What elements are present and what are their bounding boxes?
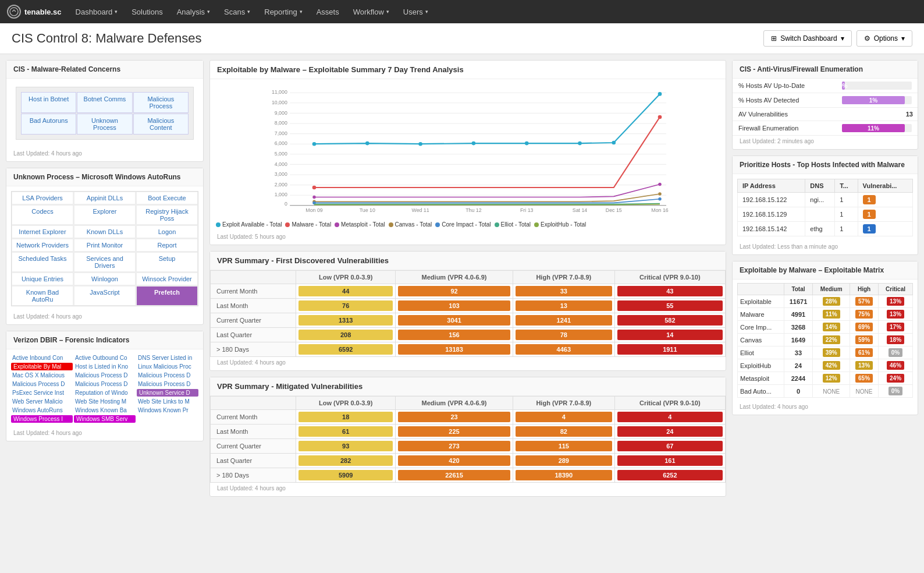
list-item[interactable]: Codecs bbox=[12, 205, 73, 225]
list-item[interactable]: Malicious Process bbox=[133, 92, 189, 113]
table-row: 192.168.15.122 ngi... 1 1 bbox=[738, 193, 913, 207]
list-item[interactable]: Web Site Links to M bbox=[137, 398, 198, 405]
list-item[interactable]: PsExec Service Inst bbox=[11, 389, 73, 397]
table-row: 192.168.15.129 1 1 bbox=[738, 207, 913, 222]
top-navigation: tenable.sc Dashboard ▾ Solutions Analysi… bbox=[0, 0, 924, 23]
nav-assets[interactable]: Assets bbox=[311, 0, 345, 23]
top-hosts-card: Prioritize Hosts - Top Hosts Infected wi… bbox=[732, 155, 918, 255]
list-item[interactable]: Appinit DLLs bbox=[74, 192, 136, 204]
list-item[interactable]: Windows Known Pr bbox=[137, 406, 198, 414]
nav-reporting[interactable]: Reporting ▾ bbox=[258, 0, 308, 23]
list-item[interactable]: JavaScript bbox=[74, 286, 136, 306]
table-row: Canvas 1649 22% 59% 18% bbox=[738, 334, 913, 346]
svg-point-37 bbox=[525, 142, 529, 146]
list-item[interactable]: Winlogon bbox=[74, 273, 136, 285]
chevron-down-icon: ▾ bbox=[115, 9, 118, 15]
list-item[interactable]: Internet Explorer bbox=[12, 225, 73, 238]
table-row: Current Month 18 23 4 4 bbox=[211, 410, 726, 425]
list-item[interactable]: Active Inbound Con bbox=[11, 354, 73, 362]
list-item[interactable]: LSA Providers bbox=[12, 192, 73, 204]
svg-text:Sat 14: Sat 14 bbox=[573, 207, 588, 213]
last-updated: Last Updated: 2 minutes ago bbox=[733, 136, 918, 149]
nav-analysis[interactable]: Analysis ▾ bbox=[171, 0, 216, 23]
list-item[interactable]: Print Monitor bbox=[74, 239, 136, 252]
table-header: Medium bbox=[813, 284, 850, 295]
list-item[interactable]: Malicious Content bbox=[133, 114, 189, 135]
list-item[interactable]: Services and Drivers bbox=[74, 252, 136, 272]
list-item[interactable]: DNS Server Listed in bbox=[137, 354, 198, 362]
chevron-down-icon: ▾ bbox=[841, 34, 844, 43]
list-item[interactable]: Windows Known Ba bbox=[74, 406, 136, 414]
logo-icon bbox=[7, 5, 21, 19]
svg-point-48 bbox=[658, 197, 662, 201]
list-item[interactable]: Linux Malicious Proc bbox=[137, 363, 198, 370]
matrix-table: Total Medium High Critical Exploitable 1… bbox=[737, 283, 913, 398]
list-item[interactable]: Setup bbox=[136, 252, 198, 272]
table-row: % Hosts AV Detected 1% bbox=[733, 93, 918, 108]
list-item[interactable]: Malicious Process D bbox=[137, 380, 198, 388]
table-row: Last Quarter 208 156 78 14 bbox=[211, 328, 726, 342]
list-item[interactable]: Report bbox=[136, 239, 198, 252]
options-button[interactable]: ⚙ Options ▾ bbox=[857, 30, 912, 47]
list-item[interactable]: Host in Botnet bbox=[21, 92, 76, 113]
list-item[interactable]: Winsock Provider bbox=[136, 273, 198, 285]
svg-text:Mon 16: Mon 16 bbox=[651, 207, 668, 213]
chart-container: 11,000 10,000 9,000 8,000 7,000 6,000 5,… bbox=[216, 85, 720, 213]
svg-point-0 bbox=[10, 8, 18, 16]
list-item[interactable]: Registry Hijack Poss bbox=[136, 205, 198, 225]
list-item[interactable]: Exploitable By Mal bbox=[11, 363, 73, 370]
chart-last-updated: Last Updated: 5 hours ago bbox=[210, 231, 726, 245]
nav-users[interactable]: Users ▾ bbox=[397, 0, 434, 23]
table-header: Critical bbox=[879, 284, 913, 295]
list-item[interactable]: Prefetch bbox=[136, 286, 198, 306]
list-item[interactable]: Windows Process I bbox=[11, 415, 73, 423]
table-header: High bbox=[850, 284, 879, 295]
list-item[interactable]: Reputation of Windo bbox=[74, 389, 136, 397]
list-item[interactable]: Known DLLs bbox=[74, 225, 136, 238]
nav-solutions[interactable]: Solutions bbox=[126, 0, 168, 23]
list-item[interactable]: Windows SMB Serv bbox=[74, 415, 136, 423]
nav-dashboard[interactable]: Dashboard ▾ bbox=[70, 0, 124, 23]
logo[interactable]: tenable.sc bbox=[7, 5, 62, 19]
table-header: DNS bbox=[805, 179, 835, 193]
chart-title: Exploitable by Malware – Exploitable Sum… bbox=[210, 61, 726, 79]
list-item[interactable]: Malicious Process D bbox=[11, 380, 73, 388]
list-item[interactable]: Malicious Process D bbox=[74, 380, 136, 388]
list-item[interactable]: Unique Entries bbox=[12, 273, 73, 285]
table-row: Bad Auto... 0 NONE NONE 0% bbox=[738, 385, 913, 398]
list-item[interactable]: Active Outbound Co bbox=[74, 354, 136, 362]
list-item[interactable]: Known Bad AutoRu bbox=[12, 286, 73, 306]
list-item[interactable]: Botnet Comms bbox=[77, 92, 132, 113]
list-item[interactable]: Explorer bbox=[74, 205, 136, 225]
svg-text:2,000: 2,000 bbox=[275, 182, 287, 188]
list-item[interactable]: Unknown Process bbox=[77, 114, 132, 135]
list-item[interactable]: Malicious Process D bbox=[137, 372, 198, 379]
table-row: AV Vulnerabilities 13 bbox=[733, 108, 918, 121]
legend-item: Elliot - Total bbox=[495, 221, 531, 228]
svg-point-36 bbox=[472, 142, 476, 146]
list-item[interactable]: Logon bbox=[136, 225, 198, 238]
list-item[interactable]: Host is Listed in Kno bbox=[74, 363, 136, 370]
last-updated: Last Updated: 4 hours ago bbox=[210, 483, 726, 496]
nav-workflow[interactable]: Workflow ▾ bbox=[347, 0, 395, 23]
list-item[interactable]: Boot Execute bbox=[136, 192, 198, 204]
list-item[interactable]: Web Server Malicio bbox=[11, 398, 73, 405]
table-header: Low (VPR 0.0-3.9) bbox=[296, 397, 396, 410]
list-item[interactable]: Scheduled Tasks bbox=[12, 252, 73, 272]
table-row: Malware 4991 11% 75% 13% bbox=[738, 308, 913, 321]
table-row: Last Month 76 103 13 55 bbox=[211, 299, 726, 313]
switch-dashboard-button[interactable]: ⊞ Switch Dashboard ▾ bbox=[763, 30, 851, 47]
list-item[interactable]: Web Site Hosting M bbox=[74, 398, 136, 405]
autorun-card: Unknown Process – Microsoft Windows Auto… bbox=[6, 168, 204, 325]
table-header bbox=[211, 397, 296, 410]
list-item[interactable]: Mac OS X Malicious bbox=[11, 372, 73, 379]
list-item[interactable]: Malicious Process D bbox=[74, 372, 136, 379]
svg-text:Wed 11: Wed 11 bbox=[412, 207, 429, 213]
table-row: ExploitHub 24 42% 13% 46% bbox=[738, 359, 913, 372]
center-column: Exploitable by Malware – Exploitable Sum… bbox=[209, 60, 726, 497]
list-item[interactable]: Windows AutoRuns bbox=[11, 406, 73, 414]
list-item[interactable]: Unknown Service D bbox=[137, 389, 198, 397]
list-item[interactable]: Network Providers bbox=[12, 239, 73, 252]
list-item[interactable]: Bad Autoruns bbox=[21, 114, 76, 135]
nav-scans[interactable]: Scans ▾ bbox=[218, 0, 256, 23]
